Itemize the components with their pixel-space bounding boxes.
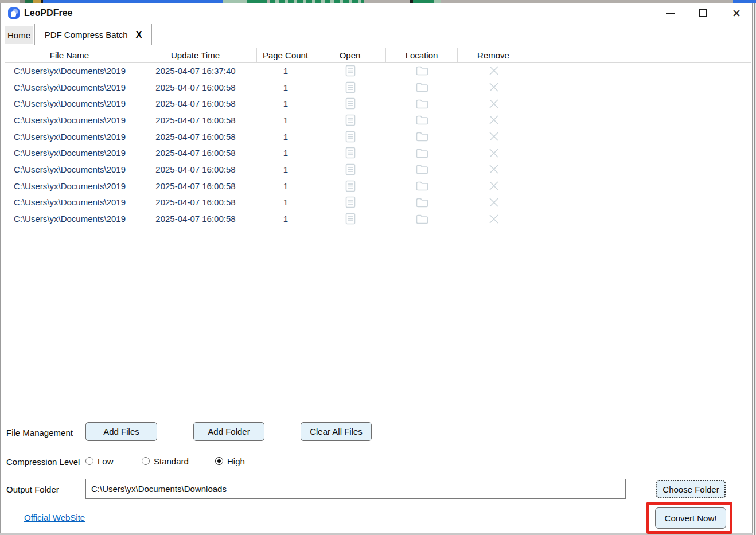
add-folder-button[interactable]: Add Folder [193, 422, 264, 441]
tab-bar: Home PDF Compress Batch X [1, 24, 752, 48]
tab-home[interactable]: Home [5, 26, 33, 44]
column-header-open[interactable]: Open [314, 48, 386, 62]
remove-file-button[interactable] [458, 178, 529, 194]
table-row[interactable]: C:\Users\yx\Documents\2019 2025-04-07 16… [5, 145, 751, 161]
tab-close-icon[interactable]: X [136, 30, 142, 40]
file-name-cell: C:\Users\yx\Documents\2019 [5, 112, 134, 128]
remove-x-icon [488, 163, 500, 175]
open-location-button[interactable] [386, 210, 458, 227]
compression-radio-standard[interactable]: Standard [142, 455, 215, 467]
page-count-cell: 1 [257, 79, 314, 96]
remove-file-button[interactable] [458, 210, 529, 227]
tab-pdf-compress-batch[interactable]: PDF Compress Batch X [34, 24, 152, 45]
open-location-button[interactable] [386, 112, 458, 128]
minimize-button[interactable] [660, 3, 680, 23]
open-location-folder-icon [416, 99, 428, 109]
open-file-button[interactable] [314, 161, 386, 178]
table-row[interactable]: C:\Users\yx\Documents\2019 2025-04-07 16… [5, 112, 751, 128]
remove-file-button[interactable] [458, 194, 529, 211]
page-count-cell: 1 [257, 210, 314, 227]
remove-file-button[interactable] [458, 161, 529, 178]
open-location-button[interactable] [386, 194, 458, 211]
open-document-icon [345, 163, 356, 175]
compression-level-label: Compression Level [6, 457, 80, 467]
table-row[interactable]: C:\Users\yx\Documents\2019 2025-04-07 16… [5, 178, 751, 194]
open-location-button[interactable] [386, 63, 458, 79]
page-count-cell: 1 [257, 194, 314, 211]
update-time-cell: 2025-04-07 16:00:58 [134, 79, 257, 96]
radio-circle-icon[interactable] [142, 457, 150, 465]
choose-folder-button[interactable]: Choose Folder [656, 480, 726, 498]
open-document-icon [345, 81, 356, 93]
open-file-button[interactable] [314, 63, 386, 79]
compression-radio-low[interactable]: Low [85, 455, 142, 467]
table-row[interactable]: C:\Users\yx\Documents\2019 2025-04-07 16… [5, 194, 751, 211]
file-name-cell: C:\Users\yx\Documents\2019 [5, 161, 134, 178]
file-name-cell: C:\Users\yx\Documents\2019 [5, 128, 134, 145]
table-row[interactable]: C:\Users\yx\Documents\2019 2025-04-07 16… [5, 95, 751, 112]
table-row[interactable]: C:\Users\yx\Documents\2019 2025-04-07 16… [5, 128, 751, 145]
open-location-button[interactable] [386, 178, 458, 194]
open-location-button[interactable] [386, 145, 458, 161]
remove-x-icon [488, 180, 500, 192]
update-time-cell: 2025-04-07 16:00:58 [134, 210, 257, 227]
file-name-cell: C:\Users\yx\Documents\2019 [5, 95, 134, 112]
column-header-file-name[interactable]: File Name [5, 48, 134, 62]
page-count-cell: 1 [257, 128, 314, 145]
open-file-button[interactable] [314, 79, 386, 96]
remove-file-button[interactable] [458, 128, 529, 145]
remove-file-button[interactable] [458, 95, 529, 112]
table-row[interactable]: C:\Users\yx\Documents\2019 2025-04-07 16… [5, 161, 751, 178]
table-row[interactable]: C:\Users\yx\Documents\2019 2025-04-07 16… [5, 63, 751, 79]
column-header-update-time[interactable]: Update Time [134, 48, 257, 62]
official-website-link[interactable]: Official WebSite [24, 513, 85, 522]
update-time-cell: 2025-04-07 16:37:40 [134, 63, 257, 79]
page-count-cell: 1 [257, 63, 314, 79]
page-count-cell: 1 [257, 145, 314, 161]
maximize-icon [699, 9, 707, 17]
remove-file-button[interactable] [458, 79, 529, 96]
table-header-row: File Name Update Time Page Count Open Lo… [5, 48, 751, 63]
radio-circle-icon[interactable] [215, 457, 223, 465]
file-name-cell: C:\Users\yx\Documents\2019 [5, 145, 134, 161]
page-count-cell: 1 [257, 112, 314, 128]
file-name-cell: C:\Users\yx\Documents\2019 [5, 79, 134, 96]
column-header-page-count[interactable]: Page Count [257, 48, 314, 62]
radio-circle-icon[interactable] [85, 457, 93, 465]
open-location-folder-icon [416, 82, 428, 92]
remove-file-button[interactable] [458, 63, 529, 79]
update-time-cell: 2025-04-07 16:00:58 [134, 145, 257, 161]
open-file-button[interactable] [314, 210, 386, 227]
close-button[interactable]: ✕ [727, 3, 746, 23]
maximize-button[interactable] [693, 3, 713, 23]
open-file-button[interactable] [314, 95, 386, 112]
open-file-button[interactable] [314, 128, 386, 145]
page-count-cell: 1 [257, 178, 314, 194]
remove-x-icon [488, 213, 500, 225]
open-location-folder-icon [416, 131, 428, 142]
remove-file-button[interactable] [458, 145, 529, 161]
open-file-button[interactable] [314, 145, 386, 161]
open-file-button[interactable] [314, 112, 386, 128]
open-file-button[interactable] [314, 194, 386, 211]
column-header-remove[interactable]: Remove [458, 48, 529, 62]
clear-all-files-button[interactable]: Clear All Files [301, 422, 372, 441]
open-location-button[interactable] [386, 161, 458, 178]
output-folder-input[interactable] [85, 479, 626, 499]
remove-file-button[interactable] [458, 112, 529, 128]
open-location-button[interactable] [386, 79, 458, 96]
compression-radio-group: Low Standard High [85, 455, 245, 467]
open-file-button[interactable] [314, 178, 386, 194]
output-folder-label: Output Folder [6, 485, 59, 494]
open-location-button[interactable] [386, 95, 458, 112]
column-header-location[interactable]: Location [386, 48, 458, 62]
open-location-button[interactable] [386, 128, 458, 145]
update-time-cell: 2025-04-07 16:00:58 [134, 194, 257, 211]
file-name-cell: C:\Users\yx\Documents\2019 [5, 178, 134, 194]
add-files-button[interactable]: Add Files [85, 422, 157, 441]
table-row[interactable]: C:\Users\yx\Documents\2019 2025-04-07 16… [5, 210, 751, 227]
open-location-folder-icon [416, 65, 428, 76]
convert-now-button[interactable]: Convert Now! [655, 507, 726, 529]
compression-radio-high[interactable]: High [215, 455, 245, 467]
table-row[interactable]: C:\Users\yx\Documents\2019 2025-04-07 16… [5, 79, 751, 96]
